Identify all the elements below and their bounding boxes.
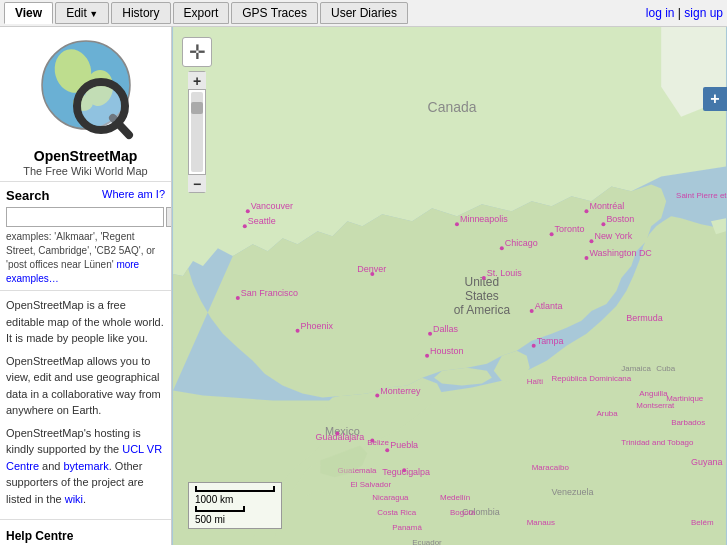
svg-text:Cuba: Cuba <box>656 364 676 373</box>
header-nav: View Edit History Export GPS Traces User… <box>0 0 727 27</box>
footer-links: Help Centre Documentation Copyright & Li… <box>0 520 171 545</box>
svg-text:Trinidad and Tobago: Trinidad and Tobago <box>621 438 694 447</box>
svg-text:Canada: Canada <box>428 99 477 115</box>
svg-point-26 <box>550 232 554 236</box>
svg-point-16 <box>243 224 247 228</box>
info-p3: OpenStreetMap's hosting is kindly suppor… <box>6 425 165 508</box>
svg-text:Anguilla: Anguilla <box>639 389 668 398</box>
svg-text:St. Louis: St. Louis <box>487 268 522 278</box>
svg-text:New York: New York <box>594 231 632 241</box>
svg-text:Tegucigalpa: Tegucigalpa <box>382 467 430 477</box>
svg-point-24 <box>500 246 504 250</box>
footer-help-centre[interactable]: Help Centre <box>6 526 165 545</box>
scale-line-mi <box>195 506 245 512</box>
svg-point-30 <box>589 239 593 243</box>
info-p1: OpenStreetMap is a free editable map of … <box>6 297 165 347</box>
tab-view[interactable]: View <box>4 2 53 24</box>
svg-text:República Dominicana: República Dominicana <box>552 374 632 383</box>
svg-text:of America: of America <box>454 303 511 317</box>
wiki-link[interactable]: wiki <box>65 493 83 505</box>
zoom-bar: + − <box>188 71 206 193</box>
svg-text:Nicaragua: Nicaragua <box>372 493 409 502</box>
scale-bar: 1000 km 500 mi <box>188 482 282 529</box>
info-area: OpenStreetMap is a free editable map of … <box>0 291 171 520</box>
zoom-track[interactable] <box>191 92 203 172</box>
svg-text:Seattle: Seattle <box>248 216 276 226</box>
svg-text:San Francisco: San Francisco <box>241 288 298 298</box>
pan-control[interactable]: ✛ <box>182 37 212 67</box>
signup-link[interactable]: sign up <box>684 6 723 20</box>
svg-point-53 <box>584 209 588 213</box>
search-area: Search Where am I? Go examples: 'Alkmaar… <box>0 182 171 291</box>
svg-text:Aruba: Aruba <box>596 409 618 418</box>
svg-text:Ecuador: Ecuador <box>412 538 442 545</box>
map-layer-button[interactable]: + <box>703 87 727 111</box>
svg-text:Medellín: Medellín <box>440 493 470 502</box>
svg-point-7 <box>81 86 121 126</box>
svg-text:Washington DC: Washington DC <box>589 248 652 258</box>
search-examples: examples: 'Alkmaar', 'Regent Street, Cam… <box>6 230 165 286</box>
map-area[interactable]: Canada United States of America Mexico V… <box>172 27 727 545</box>
scale-label-km: 1000 km <box>195 494 275 505</box>
tab-edit[interactable]: Edit <box>55 2 109 24</box>
sidebar: OpenStreetMap The Free Wiki World Map Se… <box>0 27 172 545</box>
svg-text:Vancouver: Vancouver <box>251 201 293 211</box>
zoom-handle[interactable] <box>191 102 203 114</box>
svg-text:Dallas: Dallas <box>433 324 458 334</box>
svg-point-18 <box>236 296 240 300</box>
svg-point-44 <box>375 394 379 398</box>
svg-text:Houston: Houston <box>430 346 463 356</box>
svg-text:Haïti: Haïti <box>527 377 544 386</box>
svg-point-28 <box>601 222 605 226</box>
zoom-out-button[interactable]: − <box>188 174 206 192</box>
svg-text:Jamaica: Jamaica <box>621 364 651 373</box>
svg-text:Minneapolis: Minneapolis <box>460 214 508 224</box>
search-input[interactable] <box>6 207 164 227</box>
where-am-i-link[interactable]: Where am I? <box>102 188 165 200</box>
logo-title: OpenStreetMap <box>4 148 167 164</box>
svg-text:Monterrey: Monterrey <box>380 386 421 396</box>
svg-text:El Salvador: El Salvador <box>350 480 391 489</box>
svg-point-14 <box>246 209 250 213</box>
svg-text:Bogotá: Bogotá <box>450 508 476 517</box>
tab-user-diaries[interactable]: User Diaries <box>320 2 408 24</box>
map-svg: Canada United States of America Mexico V… <box>172 27 727 545</box>
svg-point-34 <box>482 276 486 280</box>
svg-point-36 <box>530 309 534 313</box>
logo-area: OpenStreetMap The Free Wiki World Map <box>0 27 171 182</box>
tab-history[interactable]: History <box>111 2 170 24</box>
svg-text:Bermuda: Bermuda <box>626 313 662 323</box>
svg-text:Barbados: Barbados <box>671 418 705 427</box>
svg-point-32 <box>584 256 588 260</box>
svg-text:Guadalajara: Guadalajara <box>316 432 365 442</box>
svg-text:Phoenix: Phoenix <box>301 321 334 331</box>
svg-text:Montserrat: Montserrat <box>636 401 675 410</box>
svg-text:Maracaibo: Maracaibo <box>532 463 570 472</box>
svg-point-22 <box>455 222 459 226</box>
zoom-in-button[interactable]: + <box>188 72 206 90</box>
login-link[interactable]: log in <box>646 6 675 20</box>
svg-text:Toronto: Toronto <box>555 224 585 234</box>
info-p2: OpenStreetMap allows you to view, edit a… <box>6 353 165 419</box>
svg-text:Saint Pierre et Miquelon: Saint Pierre et Miquelon <box>676 191 727 200</box>
svg-point-38 <box>428 332 432 336</box>
svg-text:Costa Rica: Costa Rica <box>377 508 416 517</box>
svg-text:Tampa: Tampa <box>537 336 564 346</box>
svg-text:Boston: Boston <box>606 214 634 224</box>
svg-text:Panamá: Panamá <box>392 523 422 532</box>
svg-text:Montréal: Montréal <box>589 201 624 211</box>
svg-text:States: States <box>465 289 499 303</box>
svg-point-42 <box>532 344 536 348</box>
bytemark-link[interactable]: bytemark <box>64 460 109 472</box>
search-row: Go <box>6 207 165 227</box>
svg-text:Puebla: Puebla <box>390 440 418 450</box>
auth-links: log in | sign up <box>646 6 723 20</box>
scale-label-mi: 500 mi <box>195 514 275 525</box>
search-label: Search <box>6 188 49 203</box>
svg-text:Venezuela: Venezuela <box>552 487 594 497</box>
tab-export[interactable]: Export <box>173 2 230 24</box>
svg-text:Guyana: Guyana <box>691 457 722 467</box>
svg-text:Belize: Belize <box>367 438 389 447</box>
tab-gps-traces[interactable]: GPS Traces <box>231 2 318 24</box>
svg-text:Belém: Belém <box>691 518 714 527</box>
